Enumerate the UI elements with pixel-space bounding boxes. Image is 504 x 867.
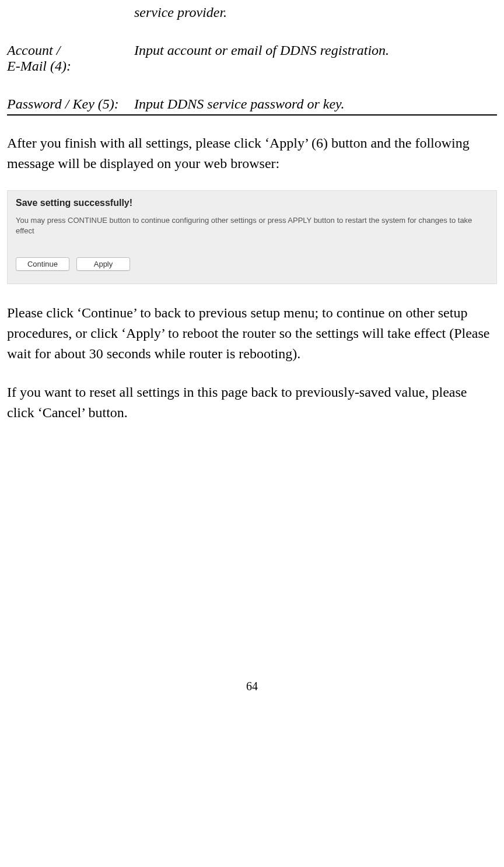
definitions-row-service-provider: service provider. [7, 5, 497, 20]
divider [7, 114, 497, 116]
row0-value: service provider. [134, 5, 497, 20]
row0-label [7, 5, 134, 20]
paragraph-after-settings: After you finish with all settings, plea… [7, 133, 497, 174]
row1-label-line1: Account / [7, 43, 134, 58]
row1-label-line2: E-Mail (4): [7, 58, 134, 74]
save-success-screenshot: Save setting successfully! You may press… [7, 190, 497, 284]
row1-value: Input account or email of DDNS registrat… [134, 43, 497, 74]
row2-label: Password / Key (5): [7, 96, 134, 112]
save-success-title: Save setting successfully! [16, 198, 488, 208]
apply-button[interactable]: Apply [76, 257, 130, 271]
row2-value: Input DDNS service password or key. [134, 96, 497, 112]
save-success-subtitle: You may press CONTINUE button to continu… [16, 215, 488, 236]
paragraph-cancel: If you want to reset all settings in thi… [7, 382, 497, 423]
page-number: 64 [7, 680, 497, 693]
paragraph-continue-apply: Please click ‘Continue’ to back to previ… [7, 303, 497, 363]
definitions-row-password-key: Password / Key (5): Input DDNS service p… [7, 96, 497, 112]
definitions-row-account-email: Account / E-Mail (4): Input account or e… [7, 43, 497, 74]
continue-button[interactable]: Continue [16, 257, 69, 271]
